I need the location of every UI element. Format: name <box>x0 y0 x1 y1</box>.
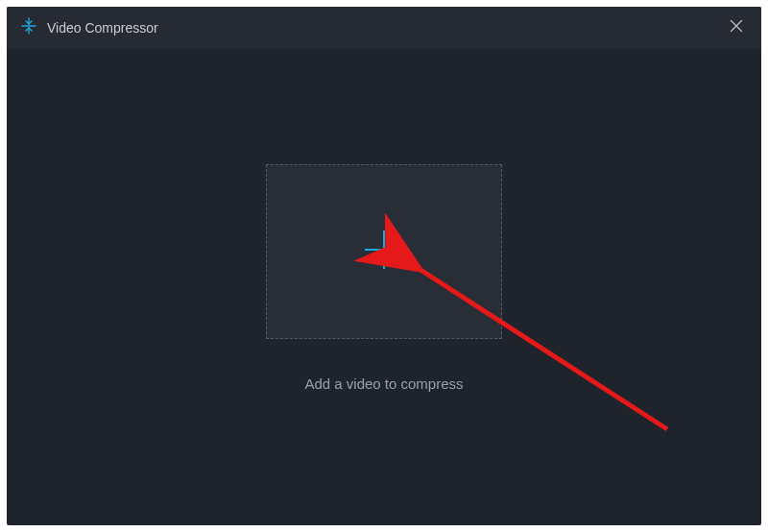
app-title: Video Compressor <box>47 20 158 36</box>
plus-icon <box>362 228 406 276</box>
title-left: Video Compressor <box>20 17 158 38</box>
titlebar: Video Compressor <box>7 7 761 49</box>
app-window: Video Compressor <box>7 7 761 525</box>
add-video-dropzone[interactable] <box>266 164 502 339</box>
compress-icon <box>20 17 37 38</box>
close-icon <box>730 19 743 36</box>
dropzone-hint: Add a video to compress <box>304 375 463 392</box>
close-button[interactable] <box>725 16 748 39</box>
content-area: Add a video to compress <box>7 49 761 525</box>
